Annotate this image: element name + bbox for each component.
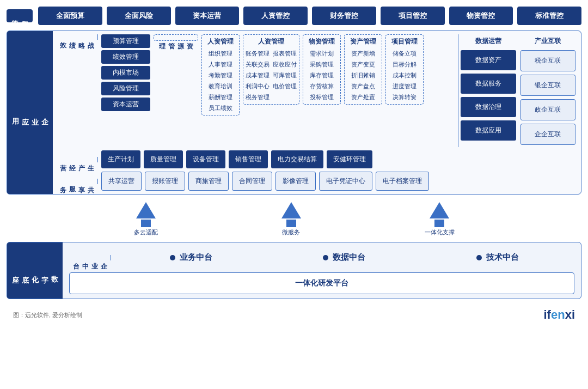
finance-item: 关联交易 (246, 60, 270, 69)
data-ops-btn: 数据资产 (461, 50, 516, 70)
data-ops-col: 数据运营 数据资产 数据服务 数据治理 数据应用 (461, 37, 516, 145)
digital-label: 数字化底座 (7, 242, 63, 299)
finance-item: 应收应付 (273, 60, 297, 69)
material-item: 库存管理 (307, 71, 337, 80)
jituan-item: 项目管控 (381, 7, 445, 25)
data-ops-btn: 数据服务 (461, 74, 516, 94)
jituan-items: 全面预算 全面风险 资本运营 人资管控 财务管控 项目管控 物资管控 标准管控 (38, 7, 581, 25)
shared-btn: 报账管理 (145, 172, 185, 191)
enterprise-label: 企业应用 (7, 31, 53, 194)
production-btn: 生产计划 (101, 150, 140, 168)
jituan-item: 物资管控 (449, 7, 513, 25)
industry-btn: 银企互联 (520, 75, 576, 96)
project-item: 决算转资 (389, 93, 420, 102)
material-item: 采购管理 (307, 60, 337, 69)
arrow-item-3: 一体化支撑 (425, 202, 455, 236)
strategy-btn: 预算管理 (101, 34, 150, 48)
asset-title: 资产管理 (348, 37, 378, 46)
middle-groups: 人资管理 组织管理 人事管理 考勤管理 教育培训 薪酬管理 员工绩效 人资管理 (201, 34, 455, 116)
data-ops-btn: 数据治理 (461, 97, 516, 117)
midai-item-label: 技术中台 (486, 252, 519, 263)
finance-item: 报表管理 (273, 49, 297, 58)
midai-item-label: 业务中台 (180, 252, 212, 263)
arrow-label: 一体化支撑 (425, 228, 455, 236)
hr-group: 人资管理 组织管理 人事管理 考勤管理 教育培训 薪酬管理 员工绩效 (201, 34, 240, 116)
asset-item: 资产新增 (348, 49, 378, 58)
main-container: 集团管控 全面预算 全面风险 资本运营 人资管控 财务管控 项目管控 物资管控 … (0, 0, 588, 332)
resource-block: 资源管理 (154, 34, 198, 41)
digital-content: 企业中台 业务中台 数据中台 技术中台 一 (63, 242, 581, 299)
finance-col1: 账务管理 关联交易 成本管理 利润中心 税务管理 (246, 49, 270, 102)
strategy-row: 战略绩效 预算管理 绩效管理 内模市场 风险管理 资本运营 资源管理 人资管理 (56, 34, 578, 147)
arrow-item-1: 多云适配 (134, 202, 158, 236)
jituan-item: 标准管控 (517, 7, 581, 25)
material-item: 需求计划 (307, 49, 337, 58)
arrow-shape (281, 202, 301, 218)
platform-row: 一体化研发平台 (69, 272, 574, 294)
jituan-item: 财务管控 (312, 7, 376, 25)
arrow-shape (430, 202, 449, 218)
arrow-stem (434, 220, 444, 227)
shared-btn: 合同管理 (232, 172, 272, 191)
material-item: 存货核算 (307, 82, 337, 91)
midai-item-3: 技术中台 (476, 252, 519, 263)
hr-item: 人事管理 (205, 60, 236, 69)
jituan-item: 全面风险 (107, 7, 171, 25)
hr-item: 组织管理 (205, 49, 236, 58)
production-btn: 安健环管理 (327, 150, 372, 168)
footer: 图：远光软件, 爱分析绘制 ifenxi (7, 305, 581, 325)
industry-btn: 税企互联 (520, 50, 576, 71)
dot (170, 255, 175, 260)
midai-item-2: 数据中台 (323, 252, 365, 263)
project-item: 储备立项 (389, 49, 420, 58)
dot (323, 255, 328, 260)
midai-items: 业务中台 数据中台 技术中台 (114, 247, 574, 268)
logo: ifenxi (544, 308, 575, 322)
asset-item: 资产盘点 (348, 82, 378, 91)
hr-title: 人资管理 (205, 37, 236, 46)
strategy-buttons: 预算管理 绩效管理 内模市场 风险管理 资本运营 (101, 34, 150, 111)
production-btn: 销售管理 (229, 150, 268, 168)
project-item: 成本控制 (389, 71, 420, 80)
strategy-btn: 风险管理 (101, 82, 150, 95)
material-title: 物资管理 (307, 37, 337, 46)
shared-btn: 商旅管理 (188, 172, 229, 191)
shared-label: 共享服务 (56, 179, 98, 184)
production-btn: 设备管理 (186, 150, 225, 168)
project-group: 项目管理 储备立项 目标分解 成本控制 进度管理 决算转资 (385, 34, 424, 105)
arrow-stem (286, 220, 296, 227)
finance-item: 电价管理 (273, 82, 297, 91)
midai-item-1: 业务中台 (170, 252, 212, 263)
production-row: 生产经营 生产计划 质量管理 设备管理 销售管理 电力交易结算 安健环管理 (56, 150, 578, 168)
finance-item: 税务管理 (246, 93, 270, 102)
finance-item: 可库管理 (273, 71, 297, 80)
arrow-label: 微服务 (282, 228, 300, 236)
industry-title: 产业互联 (520, 37, 576, 46)
jituan-item: 人资管控 (243, 7, 308, 25)
strategy-btn: 内模市场 (101, 66, 150, 80)
asset-group: 资产管理 资产新增 资产变更 折旧摊销 资产盘点 资产处置 (344, 34, 382, 105)
midai-item-label: 数据中台 (333, 252, 365, 263)
data-ops-btn: 数据应用 (461, 120, 516, 141)
midai-label: 企业中台 (69, 255, 111, 260)
midai-row: 企业中台 业务中台 数据中台 技术中台 (69, 247, 574, 268)
project-title: 项目管理 (389, 37, 420, 46)
arrow-stem (141, 220, 151, 227)
finance-group: 人资管理 账务管理 关联交易 成本管理 利润中心 税务管理 报表管理 (243, 34, 299, 105)
enterprise-content: 战略绩效 预算管理 绩效管理 内模市场 风险管理 资本运营 资源管理 人资管理 (53, 31, 581, 194)
finance-item: 账务管理 (246, 49, 270, 58)
production-label: 生产经营 (56, 157, 98, 162)
material-item: 投标管理 (307, 93, 337, 102)
hr-item: 薪酬管理 (205, 93, 236, 102)
arrow-item-2: 微服务 (281, 202, 301, 236)
hr-item: 考勤管理 (205, 71, 236, 80)
finance-title: 人资管理 (246, 37, 297, 46)
project-item: 目标分解 (389, 60, 420, 69)
jituan-section: 集团管控 全面预算 全面风险 资本运营 人资管控 财务管控 项目管控 物资管控 … (7, 7, 581, 25)
shared-btn: 共享运营 (101, 172, 142, 191)
shared-row: 共享服务 共享运营 报账管理 商旅管理 合同管理 影像管理 电子凭证中心 电子档… (56, 172, 578, 191)
finance-sub: 账务管理 关联交易 成本管理 利润中心 税务管理 报表管理 应收应付 可库管理 … (246, 49, 297, 102)
finance-col2: 报表管理 应收应付 可库管理 电价管理 (273, 49, 297, 102)
arrow-shape (136, 202, 156, 218)
jituan-label: 集团管控 (7, 9, 33, 22)
